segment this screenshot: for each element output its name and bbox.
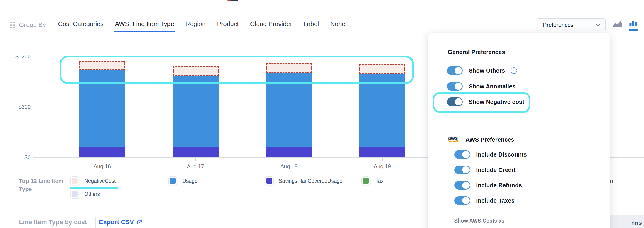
tab-none[interactable]: None <box>330 17 346 33</box>
legend-item-savingsplancoveredusage[interactable]: SavingsPlanCoveredUsage <box>265 176 342 186</box>
toggle-label: Include Credit <box>476 166 515 173</box>
x-axis-label: Aug 19 <box>360 163 405 170</box>
aws-logo: aws <box>448 135 460 144</box>
pref-row-include-discounts: Include Discounts <box>454 147 527 162</box>
legend-swatch-savingsplancoveredusage <box>265 176 274 186</box>
group-by-label-wrap: Group By <box>9 21 46 28</box>
bar-segment-savingsplancoveredusage <box>360 147 406 157</box>
preferences-button-label: Preferences <box>543 22 574 28</box>
panel-divider <box>449 122 596 122</box>
toggle-label: Include Discounts <box>476 151 527 158</box>
legend-item-clipped: n <box>610 178 613 184</box>
legend-swatch-tax <box>362 176 370 186</box>
bar-chart-icon[interactable] <box>628 19 638 30</box>
aws-preferences-heading-row: aws AWS Preferences <box>448 132 514 147</box>
preferences-panel: General Preferences Show OthersiShow Ano… <box>428 33 610 228</box>
pref-row-show-others: Show Othersi <box>447 63 517 78</box>
groupby-tabs: Cost CategoriesAWS: Line Item TypeRegion… <box>58 17 346 33</box>
group-by-label: Group By <box>19 21 46 28</box>
legend-item-others[interactable]: Others <box>70 190 100 199</box>
toggle-knob <box>462 151 470 158</box>
tab-region[interactable]: Region <box>185 17 206 33</box>
legend-item-usage[interactable]: Usage <box>168 176 197 186</box>
bar-segment-savingsplancoveredusage <box>79 147 125 157</box>
pref-row-include-taxes: Include Taxes <box>454 193 514 208</box>
legend-swatch-negativecost <box>70 176 79 186</box>
toggle-label: Show Others <box>468 67 505 74</box>
bar-segment-savingsplancoveredusage <box>173 147 219 157</box>
y-axis-label: $0 <box>6 154 30 161</box>
toggle-label: Include Refunds <box>476 182 522 189</box>
negative-cost-legend-underline <box>70 187 118 189</box>
tab-aws-line-item-type[interactable]: AWS: Line Item Type <box>114 17 174 33</box>
legend-label: SavingsPlanCoveredUsage <box>279 178 342 184</box>
export-csv-label: Export CSV <box>99 219 134 226</box>
x-axis-label: Aug 17 <box>173 163 218 170</box>
toggle-include-taxes[interactable] <box>454 196 470 205</box>
y-axis-label: $600 <box>6 104 30 110</box>
toggle-label: Show Anomalies <box>468 83 516 90</box>
general-preferences-heading: General Preferences <box>448 49 505 56</box>
export-csv-link[interactable]: Export CSV <box>99 219 142 226</box>
tab-cloud-provider[interactable]: Cloud Provider <box>250 17 292 33</box>
tab-label[interactable]: Label <box>303 17 320 33</box>
x-axis-tick <box>195 158 196 161</box>
toggle-include-refunds[interactable] <box>454 181 470 190</box>
x-axis-tick <box>289 158 289 161</box>
pref-row-show-negative-cost: Show Negative cost <box>447 94 524 109</box>
toggle-knob <box>455 98 462 106</box>
negative-cost-highlight-rect <box>60 56 414 84</box>
legend-label: Usage <box>182 178 197 184</box>
legend-label: Tax <box>376 178 384 184</box>
x-axis-tick <box>102 158 102 161</box>
toggle-show-negative-cost[interactable] <box>447 98 463 106</box>
bottom-section-title: Line Item Type by cost <box>19 219 87 226</box>
tab-cost-categories[interactable]: Cost Categories <box>58 17 104 33</box>
area-chart-icon[interactable] <box>612 19 623 30</box>
toggle-knob <box>462 182 470 189</box>
aws-preferences-heading: AWS Preferences <box>466 136 514 143</box>
toggle-label: Show Negative cost <box>468 98 524 106</box>
columns-dropdown-label: nns <box>631 220 642 227</box>
chart-type-switcher <box>612 19 638 30</box>
toggle-show-anomalies[interactable] <box>447 82 463 91</box>
bar-segment-usage <box>360 74 406 147</box>
top-edge-artifact <box>227 0 238 1</box>
bar-segment-savingsplancoveredusage <box>266 147 312 157</box>
tab-product[interactable]: Product <box>216 17 239 33</box>
show-aws-costs-as-label: Show AWS Costs as <box>454 218 504 224</box>
info-icon[interactable]: i <box>511 67 517 74</box>
legend-title: Top 12 Line Item Type <box>19 177 63 193</box>
y-axis-label: $1200 <box>6 53 30 60</box>
external-link-icon <box>137 219 142 225</box>
toggle-show-others[interactable] <box>447 66 463 75</box>
grid-icon <box>9 21 16 28</box>
bar-segment-usage <box>173 76 219 147</box>
legend-item-tax[interactable]: Tax <box>362 176 384 186</box>
legend-swatch-others <box>70 190 79 199</box>
x-axis-tick <box>382 158 382 161</box>
pref-row-include-refunds: Include Refunds <box>454 178 522 193</box>
legend-label: NegativeCost <box>84 178 116 184</box>
cost-dashboard-page: Group By Cost CategoriesAWS: Line Item T… <box>0 0 644 228</box>
toggle-include-credit[interactable] <box>454 166 470 174</box>
legend-label: Others <box>84 191 100 197</box>
chevron-down-icon <box>596 23 600 26</box>
bottom-divider <box>95 217 96 228</box>
toggle-knob <box>455 83 462 90</box>
toggle-include-discounts[interactable] <box>454 150 470 159</box>
x-axis-label: Aug 18 <box>266 163 312 170</box>
toggle-label: Include Taxes <box>476 197 514 204</box>
toggle-knob <box>462 197 470 204</box>
x-axis-label: Aug 16 <box>80 163 125 170</box>
pref-row-include-credit: Include Credit <box>454 162 515 177</box>
toggle-knob <box>462 166 470 173</box>
pref-row-show-anomalies: Show Anomalies <box>447 79 516 94</box>
legend-swatch-usage <box>168 176 178 186</box>
legend-item-negativecost[interactable]: NegativeCost <box>70 176 116 186</box>
preferences-dropdown-button[interactable]: Preferences <box>536 18 606 31</box>
toggle-knob <box>455 67 462 74</box>
